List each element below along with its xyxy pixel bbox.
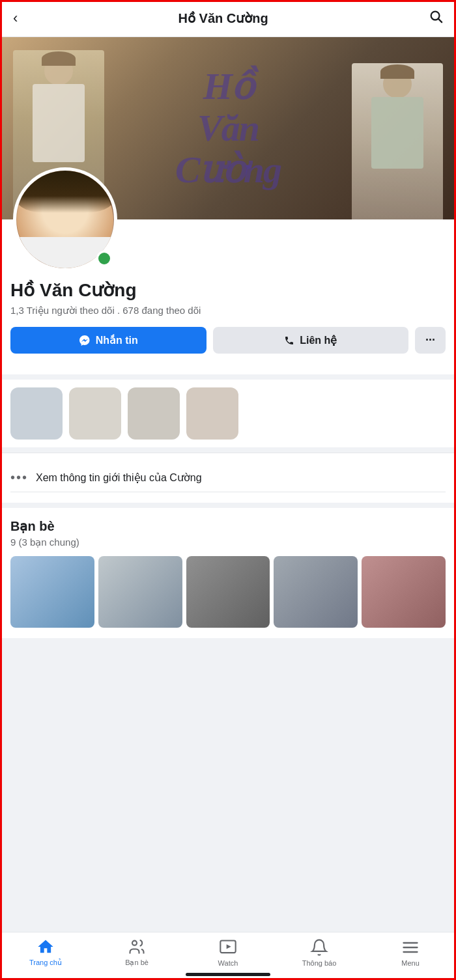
bio-link-text: Xem thông tin giới thiệu của Cường [36, 471, 202, 484]
menu-icon [401, 938, 420, 957]
nav-label-home: Trang chủ [29, 959, 62, 967]
home-indicator [186, 973, 270, 976]
message-button-label: Nhắn tin [96, 334, 138, 346]
highlights-section [0, 380, 456, 447]
home-icon [36, 938, 55, 956]
nav-label-notifications: Thông báo [302, 959, 337, 967]
highlight-item[interactable] [128, 387, 180, 440]
friend-thumbnail[interactable] [10, 556, 94, 628]
action-buttons: Nhắn tin Liên hệ ··· [0, 327, 456, 364]
back-button[interactable]: ‹ [13, 10, 18, 27]
top-nav: ‹ Hồ Văn Cường [0, 0, 456, 37]
messenger-icon [79, 335, 91, 346]
friend-thumbnail[interactable] [274, 556, 358, 628]
svg-marker-4 [227, 944, 231, 949]
nav-label-watch: Watch [218, 959, 238, 967]
nav-item-friends[interactable]: Bạn bè [117, 938, 156, 967]
nav-item-menu[interactable]: Menu [391, 938, 430, 967]
highlights-row [10, 387, 446, 440]
friends-header: Bạn bè [10, 518, 446, 534]
svg-line-1 [438, 19, 442, 22]
more-button[interactable]: ··· [415, 327, 446, 354]
notifications-icon [310, 938, 328, 957]
friend-thumbnail[interactable] [362, 556, 446, 628]
nav-item-home[interactable]: Trang chủ [26, 938, 65, 967]
cover-text-art: Hồ Văn Cường [175, 66, 281, 190]
friend-thumbnail[interactable] [186, 556, 270, 628]
nav-item-watch[interactable]: Watch [208, 938, 248, 967]
phone-icon [284, 335, 294, 346]
page-wrapper: ‹ Hồ Văn Cường Hồ V [0, 0, 456, 980]
friend-thumbnail[interactable] [98, 556, 182, 628]
nav-item-notifications[interactable]: Thông báo [300, 938, 339, 967]
highlight-item[interactable] [10, 387, 63, 440]
more-icon: ··· [425, 333, 435, 347]
friends-count: 9 (3 bạn chung) [10, 537, 446, 548]
cover-figure-right [352, 63, 443, 219]
contact-button-label: Liên hệ [300, 334, 337, 346]
profile-name: Hồ Văn Cường [10, 279, 446, 301]
nav-label-menu: Menu [401, 959, 420, 967]
dots-icon: ••• [10, 470, 28, 485]
profile-info: Hồ Văn Cường 1,3 Triệu người theo dõi . … [0, 272, 456, 316]
contact-button[interactable]: Liên hệ [213, 327, 409, 354]
bio-info-row[interactable]: ••• Xem thông tin giới thiệu của Cường [10, 464, 446, 492]
nav-label-friends: Bạn bè [125, 959, 149, 967]
avatar-container [13, 167, 117, 272]
friends-section: Bạn bè 9 (3 bạn chung) [0, 508, 456, 638]
highlight-item[interactable] [69, 387, 121, 440]
friends-grid [10, 556, 446, 628]
online-status-dot [96, 251, 112, 266]
profile-followers: 1,3 Triệu người theo dõi . 678 đang theo… [10, 305, 446, 316]
friends-icon [128, 938, 146, 956]
search-button[interactable] [429, 9, 443, 27]
svg-point-2 [132, 941, 137, 945]
section-divider-1 [0, 374, 456, 380]
page-title: Hồ Văn Cường [178, 10, 268, 26]
highlight-item[interactable] [186, 387, 238, 440]
info-section: ••• Xem thông tin giới thiệu của Cường [0, 453, 456, 503]
watch-icon [219, 938, 237, 957]
message-button[interactable]: Nhắn tin [10, 327, 207, 354]
